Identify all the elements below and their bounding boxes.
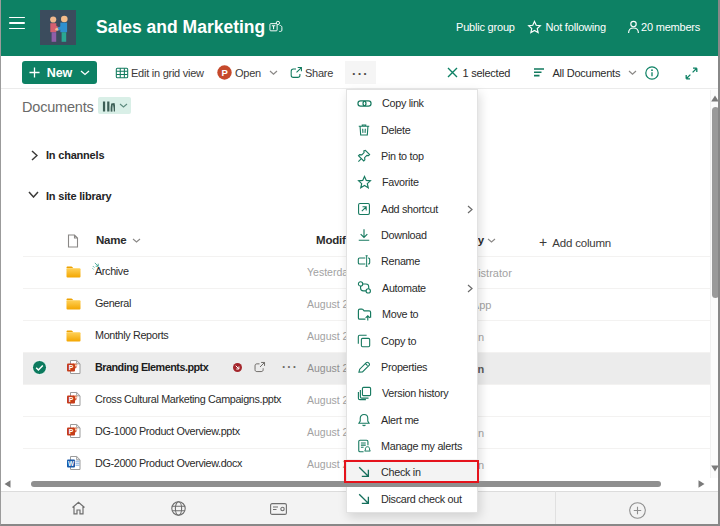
svg-text:P: P	[69, 428, 74, 435]
svg-text:P: P	[221, 67, 228, 78]
svg-text:P: P	[69, 364, 74, 371]
svg-text:P: P	[69, 396, 74, 403]
svg-text:W: W	[68, 460, 75, 467]
